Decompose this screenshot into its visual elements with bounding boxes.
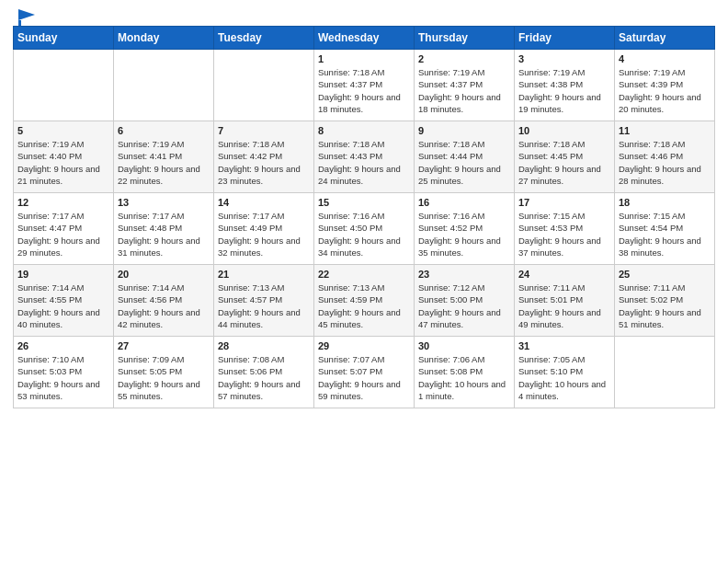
sunset-text: Sunset: 4:47 PM [17,222,109,234]
calendar-cell: 24Sunrise: 7:11 AMSunset: 5:01 PMDayligh… [515,265,615,337]
calendar-cell: 23Sunrise: 7:12 AMSunset: 5:00 PMDayligh… [415,265,515,337]
day-info: Sunrise: 7:10 AMSunset: 5:03 PMDaylight:… [17,353,109,402]
sunrise-text: Sunrise: 7:19 AM [518,66,610,78]
day-info: Sunrise: 7:18 AMSunset: 4:46 PMDaylight:… [619,138,711,187]
day-number: 28 [218,340,310,351]
day-number: 14 [218,197,310,208]
day-number: 13 [118,197,210,208]
day-info: Sunrise: 7:17 AMSunset: 4:47 PMDaylight:… [17,210,109,259]
day-info: Sunrise: 7:14 AMSunset: 4:56 PMDaylight:… [118,282,210,330]
calendar-cell: 26Sunrise: 7:10 AMSunset: 5:03 PMDayligh… [14,337,114,408]
column-header-friday: Friday [515,27,615,50]
calendar-container: SundayMondayTuesdayWednesdayThursdayFrid… [0,26,728,563]
daylight-text: Daylight: 9 hours and 37 minutes. [518,235,610,259]
day-number: 22 [318,269,410,280]
sunset-text: Sunset: 4:41 PM [118,150,210,162]
daylight-text: Daylight: 9 hours and 51 minutes. [619,306,711,331]
week-row-5: 26Sunrise: 7:10 AMSunset: 5:03 PMDayligh… [14,337,715,408]
svg-marker-0 [18,9,35,20]
day-info: Sunrise: 7:18 AMSunset: 4:42 PMDaylight:… [218,138,310,187]
daylight-text: Daylight: 9 hours and 18 minutes. [318,91,410,116]
sunrise-text: Sunrise: 7:18 AM [318,66,410,78]
sunrise-text: Sunrise: 7:19 AM [418,66,510,78]
calendar-cell: 9Sunrise: 7:18 AMSunset: 4:44 PMDaylight… [415,121,515,193]
day-info: Sunrise: 7:19 AMSunset: 4:38 PMDaylight:… [518,66,610,115]
day-info: Sunrise: 7:12 AMSunset: 5:00 PMDaylight:… [418,282,510,330]
daylight-text: Daylight: 9 hours and 47 minutes. [418,306,510,331]
day-info: Sunrise: 7:13 AMSunset: 4:59 PMDaylight:… [318,282,410,330]
daylight-text: Daylight: 9 hours and 34 minutes. [318,235,410,259]
day-info: Sunrise: 7:11 AMSunset: 5:02 PMDaylight:… [619,282,711,330]
daylight-text: Daylight: 10 hours and 1 minute. [418,378,510,403]
calendar-cell: 14Sunrise: 7:17 AMSunset: 4:49 PMDayligh… [214,193,314,265]
sunrise-text: Sunrise: 7:16 AM [418,210,510,222]
calendar-cell: 8Sunrise: 7:18 AMSunset: 4:43 PMDaylight… [314,121,415,193]
day-info: Sunrise: 7:19 AMSunset: 4:40 PMDaylight:… [17,138,109,187]
daylight-text: Daylight: 9 hours and 21 minutes. [17,163,109,188]
day-number: 21 [218,269,310,280]
column-header-thursday: Thursday [415,27,515,50]
daylight-text: Daylight: 9 hours and 59 minutes. [318,378,410,403]
sunrise-text: Sunrise: 7:18 AM [418,138,510,150]
day-number: 26 [17,340,109,351]
sunrise-text: Sunrise: 7:13 AM [218,282,310,293]
calendar-cell: 5Sunrise: 7:19 AMSunset: 4:40 PMDaylight… [14,121,114,193]
day-number: 3 [518,53,610,64]
calendar-table: SundayMondayTuesdayWednesdayThursdayFrid… [13,26,715,408]
week-row-3: 12Sunrise: 7:17 AMSunset: 4:47 PMDayligh… [14,193,715,265]
calendar-cell: 17Sunrise: 7:15 AMSunset: 4:53 PMDayligh… [515,193,615,265]
column-header-monday: Monday [114,27,214,50]
week-row-2: 5Sunrise: 7:19 AMSunset: 4:40 PMDaylight… [14,121,715,193]
day-number: 17 [518,197,610,208]
daylight-text: Daylight: 9 hours and 44 minutes. [218,306,310,331]
calendar-cell: 12Sunrise: 7:17 AMSunset: 4:47 PMDayligh… [14,193,114,265]
sunrise-text: Sunrise: 7:19 AM [619,66,711,78]
day-number: 4 [619,53,711,64]
day-number: 19 [17,269,109,280]
column-header-wednesday: Wednesday [314,27,415,50]
daylight-text: Daylight: 9 hours and 49 minutes. [518,306,610,331]
sunrise-text: Sunrise: 7:16 AM [318,210,410,222]
daylight-text: Daylight: 9 hours and 24 minutes. [318,163,410,188]
calendar-cell: 19Sunrise: 7:14 AMSunset: 4:55 PMDayligh… [14,265,114,337]
day-number: 30 [418,340,510,351]
day-number: 8 [318,125,410,136]
calendar-cell: 15Sunrise: 7:16 AMSunset: 4:50 PMDayligh… [314,193,415,265]
day-info: Sunrise: 7:15 AMSunset: 4:54 PMDaylight:… [619,210,711,259]
calendar-cell: 2Sunrise: 7:19 AMSunset: 4:37 PMDaylight… [415,50,515,121]
day-info: Sunrise: 7:11 AMSunset: 5:01 PMDaylight:… [518,282,610,330]
sunset-text: Sunset: 4:49 PM [218,222,310,234]
calendar-cell: 1Sunrise: 7:18 AMSunset: 4:37 PMDaylight… [314,50,415,121]
sunset-text: Sunset: 5:06 PM [218,365,310,377]
sunrise-text: Sunrise: 7:15 AM [619,210,711,222]
calendar-cell [615,337,715,408]
sunset-text: Sunset: 4:38 PM [518,78,610,90]
sunset-text: Sunset: 4:45 PM [518,150,610,162]
day-number: 12 [17,197,109,208]
calendar-cell: 31Sunrise: 7:05 AMSunset: 5:10 PMDayligh… [515,337,615,408]
day-info: Sunrise: 7:08 AMSunset: 5:06 PMDaylight:… [218,353,310,402]
sunrise-text: Sunrise: 7:18 AM [218,138,310,150]
column-header-tuesday: Tuesday [214,27,314,50]
sunrise-text: Sunrise: 7:10 AM [17,353,109,365]
sunrise-text: Sunrise: 7:17 AM [218,210,310,222]
calendar-cell: 16Sunrise: 7:16 AMSunset: 4:52 PMDayligh… [415,193,515,265]
day-number: 10 [518,125,610,136]
sunset-text: Sunset: 5:10 PM [518,365,610,377]
daylight-text: Daylight: 9 hours and 18 minutes. [418,91,510,116]
day-number: 11 [619,125,711,136]
day-info: Sunrise: 7:15 AMSunset: 4:53 PMDaylight:… [518,210,610,259]
day-number: 29 [318,340,410,351]
sunset-text: Sunset: 4:53 PM [518,222,610,234]
sunset-text: Sunset: 5:08 PM [418,365,510,377]
day-number: 9 [418,125,510,136]
calendar-cell: 7Sunrise: 7:18 AMSunset: 4:42 PMDaylight… [214,121,314,193]
sunrise-text: Sunrise: 7:14 AM [118,282,210,293]
day-info: Sunrise: 7:16 AMSunset: 4:50 PMDaylight:… [318,210,410,259]
day-number: 2 [418,53,510,64]
sunset-text: Sunset: 4:54 PM [619,222,711,234]
logo-flag-icon [18,9,37,26]
day-info: Sunrise: 7:06 AMSunset: 5:08 PMDaylight:… [418,353,510,402]
day-number: 18 [619,197,711,208]
daylight-text: Daylight: 9 hours and 38 minutes. [619,235,711,259]
